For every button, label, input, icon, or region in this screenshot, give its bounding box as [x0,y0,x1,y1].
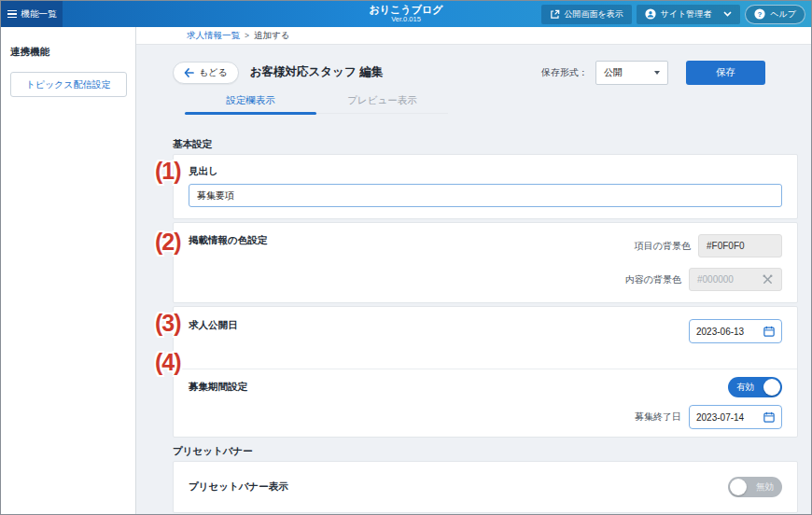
calendar-icon [763,411,775,423]
top-header: 機能一覧 おりこうブログ Ver.0.015 公開画面を表示 [1,1,811,27]
end-date-label: 募集終了日 [635,411,681,424]
svg-text:?: ? [758,10,763,19]
page-title: お客様対応スタッフ 編集 [250,64,383,80]
page-toolbar: もどる お客様対応スタッフ 編集 保存形式： 公開 保存 [173,60,798,85]
site-admin-label: サイト管理者 [661,8,712,21]
period-toggle[interactable]: 有効 [728,377,782,397]
section-title-basic: 基本設定 [173,138,798,151]
sidebar: 連携機能 トピックス配信設定 [1,27,136,514]
item-bg-label: 項目の背景色 [635,240,691,253]
arrow-left-icon [184,68,194,77]
color-settings-label: 掲載情報の色設定 [189,234,267,247]
color-fields: 項目の背景色 #F0F0F0 内容の背景色 #000000 [625,234,782,291]
save-format-select[interactable]: 公開 [595,61,668,85]
period-toggle-label: 有効 [736,382,754,394]
heading-label: 見出し [189,165,782,178]
app-title-block: おりこうブログ Ver.0.015 [370,4,443,23]
tab-settings-view[interactable]: 設定欄表示 [185,94,316,113]
preset-display-label: プリセットバナー表示 [189,480,288,494]
menu-button-label: 機能一覧 [21,8,57,21]
menu-button[interactable]: 機能一覧 [1,1,63,27]
person-circle-icon [645,8,656,20]
dates-card: 求人公開日 2023-06-13 [173,306,798,438]
publish-date-input[interactable]: 2023-06-13 [689,319,782,343]
publish-date-row: 求人公開日 2023-06-13 [174,307,797,369]
chevron-down-icon [723,11,732,17]
period-setting-row: 募集期間設定 有効 募集終了日 2023-07-14 [174,369,797,437]
annotation-1: (1) [155,160,181,183]
publish-date-label: 求人公開日 [189,319,238,332]
breadcrumb: 求人情報一覧 > 追加する [136,27,811,45]
main-area: 求人情報一覧 > 追加する もどる お客様対応スタッフ 編集 [136,27,811,514]
period-label: 募集期間設定 [189,381,247,394]
select-caret-icon [654,71,660,75]
publish-date-value: 2023-06-13 [696,327,744,337]
show-public-button[interactable]: 公開画面を表示 [541,5,632,24]
app-window: 機能一覧 おりこうブログ Ver.0.015 公開画面を表示 [0,0,812,515]
crossed-tools-icon [762,273,774,285]
heading-card: 見出し [173,154,798,219]
view-tabs: 設定欄表示 プレビュー表示 [185,94,448,114]
toggle-knob [730,479,747,495]
site-admin-button[interactable]: サイト管理者 [637,5,741,24]
save-format-value: 公開 [604,66,623,79]
app-title: おりこうブログ [370,4,443,16]
hamburger-icon [7,10,17,19]
topics-settings-button[interactable]: トピックス配信設定 [10,72,127,97]
calendar-icon [763,326,775,337]
page-content: もどる お客様対応スタッフ 編集 保存形式： 公開 保存 設定欄表示 [173,60,798,514]
item-bg-row: 項目の背景色 #F0F0F0 [635,234,782,258]
breadcrumb-separator: > [245,31,249,40]
preset-banner-card: プリセットバナー表示 無効 [173,461,798,513]
content-bg-color-field: #000000 [689,268,782,291]
annotation-4: (4) [155,351,181,374]
content-bg-label: 内容の背景色 [625,273,681,286]
header-actions: 公開画面を表示 サイト管理者 ? ヘルプ [541,5,812,24]
app-version: Ver.0.015 [370,16,443,24]
end-date-input[interactable]: 2023-07-14 [689,405,782,429]
show-public-label: 公開画面を表示 [565,8,623,21]
breadcrumb-parent-link[interactable]: 求人情報一覧 [187,30,240,42]
breadcrumb-current: 追加する [254,30,289,42]
external-link-icon [550,9,560,20]
end-date-value: 2023-07-14 [696,412,744,423]
sidebar-section-title: 連携機能 [10,46,135,59]
back-button[interactable]: もどる [173,62,239,84]
preset-toggle-label: 無効 [756,481,774,494]
content-bg-color-value: #000000 [697,274,734,285]
heading-input[interactable] [189,184,782,207]
color-settings-card: 掲載情報の色設定 項目の背景色 #F0F0F0 内容の背景色 #000000 [173,222,798,303]
toggle-knob [763,379,780,396]
annotation-2: (2) [155,230,181,254]
save-button[interactable]: 保存 [686,61,765,85]
annotation-3: (3) [155,312,181,335]
save-controls: 保存形式： 公開 保存 [541,61,765,85]
help-label: ヘルプ [770,8,796,21]
content-bg-row: 内容の背景色 #000000 [625,268,782,291]
item-bg-color-value: #F0F0F0 [707,241,745,251]
help-button[interactable]: ? ヘルプ [745,5,805,24]
back-button-label: もどる [199,66,228,79]
question-circle-icon: ? [754,8,765,20]
save-format-label: 保存形式： [541,66,588,79]
section-title-preset-banner: プリセットバナー [173,445,798,458]
preset-display-toggle[interactable]: 無効 [728,477,782,497]
item-bg-color-field[interactable]: #F0F0F0 [698,234,782,258]
tab-preview-view[interactable]: プレビュー表示 [316,94,448,113]
